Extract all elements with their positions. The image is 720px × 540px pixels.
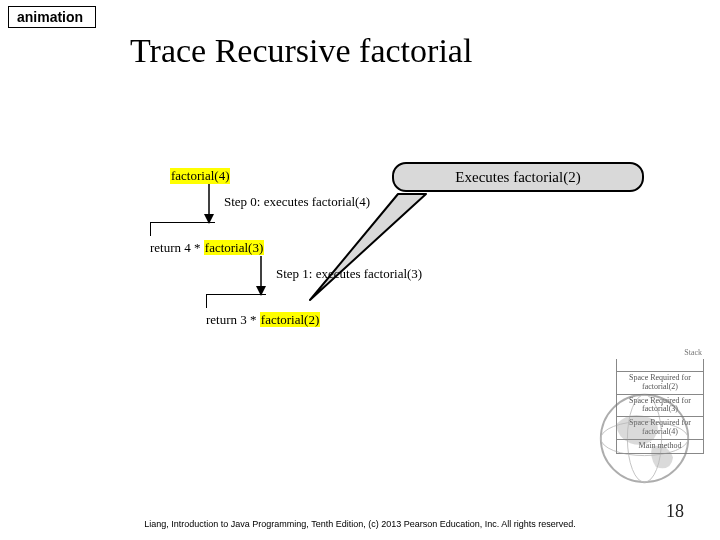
call-factorial4: factorial(4): [170, 168, 230, 184]
step-1-label: Step 1: executes factorial(3): [276, 266, 422, 282]
return-line-0: return 4 * factorial(3): [150, 240, 264, 256]
return-1-prefix: return 3 *: [206, 312, 260, 327]
footer-citation: Liang, Introduction to Java Programming,…: [140, 519, 580, 530]
return-line-1: return 3 * factorial(2): [206, 312, 320, 328]
stack-label: Stack: [616, 348, 704, 357]
callout-text: Executes factorial(2): [455, 169, 580, 186]
animation-badge: animation: [8, 6, 96, 28]
globe-decoration: [597, 391, 692, 486]
bracket-0: [150, 222, 215, 236]
slide-title: Trace Recursive factorial: [130, 32, 472, 70]
call-factorial2: factorial(2): [260, 312, 320, 327]
step-0-label: Step 0: executes factorial(4): [224, 194, 370, 210]
bracket-1: [206, 294, 266, 308]
arrow-down-0: [202, 184, 216, 224]
callout-bubble: Executes factorial(2): [392, 162, 644, 192]
call-factorial3: factorial(3): [204, 240, 264, 255]
page-number: 18: [666, 501, 684, 522]
arrow-down-1: [254, 256, 268, 296]
return-0-prefix: return 4 *: [150, 240, 204, 255]
